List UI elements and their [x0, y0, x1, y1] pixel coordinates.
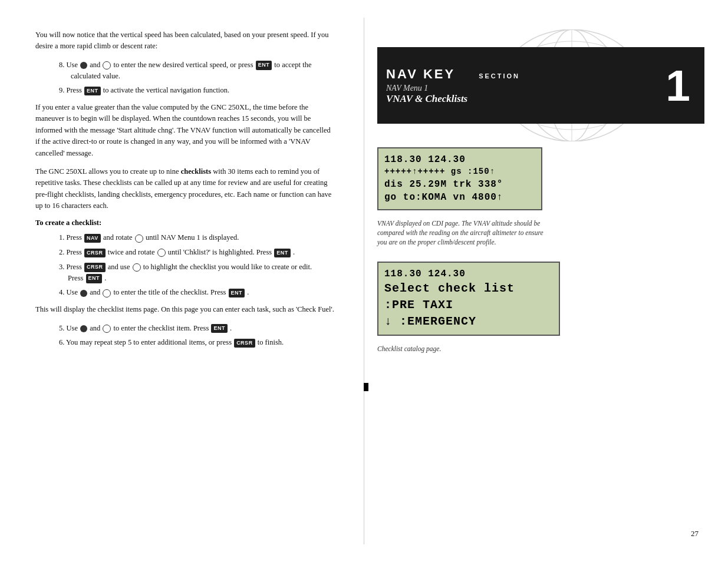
outer-knob-3 — [133, 263, 141, 272]
caption-2: Checklist catalog page. — [377, 344, 548, 353]
page-container: You will now notice that the vertical sp… — [0, 0, 728, 562]
lcd2-line4: ↓ :EMERGENCY — [384, 313, 553, 330]
outer-knob-1 — [135, 234, 143, 243]
lcd2-line1: 118.30 124.30 — [384, 267, 553, 280]
crsr-badge-6: CRSR — [234, 339, 255, 348]
cs1-num: 1. Press — [59, 233, 84, 242]
display-section-1: 118.30 124.30 +++++↑+++++ gs :150↑ dis 2… — [377, 147, 704, 247]
checklist-step-6: 6. You may repeat step 5 to enter additi… — [59, 337, 336, 348]
lcd1-line3: dis 25.29M trk 338° — [384, 178, 535, 191]
ent-badge-2: ENT — [274, 249, 291, 258]
ent-badge-5: ENT — [211, 324, 228, 333]
nav-banner: NAV KEY SECTION NAV Menu 1 VNAV & Checkl… — [377, 47, 704, 124]
checklist-header: To create a checklist: — [35, 219, 336, 227]
step8-end: to accept the — [274, 61, 311, 69]
section-label-text: SECTION — [479, 72, 520, 80]
intro-paragraph: You will now notice that the vertical sp… — [35, 29, 336, 52]
cs5-text: to enter the checklist item. Press — [114, 324, 211, 332]
step9-text: to activate the vertical navigation func… — [103, 86, 230, 94]
display-section-2: 118.30 124.30 Select check list :PRE TAX… — [377, 262, 704, 353]
nav-menu-text: NAV Menu 1 — [386, 84, 643, 93]
step8-and: and — [90, 61, 102, 69]
cs5-end: . — [230, 324, 232, 332]
outer-knob-5 — [103, 325, 111, 333]
checklists-bold: checklists — [181, 167, 211, 176]
right-column: NAV KEY SECTION NAV Menu 1 VNAV & Checkl… — [365, 0, 728, 562]
cs4-num: 4. Use — [59, 288, 80, 296]
ent-badge-9: ENT — [84, 87, 101, 96]
cs2-mid: until 'Chklist?' is highlighted. Press — [168, 248, 274, 256]
inner-knob-5 — [80, 325, 87, 332]
checklist-step-4: 4. Use and to enter the title of the che… — [59, 287, 336, 298]
checklist-step-2: 2. Press CRSR twice and rotate until 'Ch… — [59, 247, 336, 258]
nav-header-area: NAV KEY SECTION NAV Menu 1 VNAV & Checkl… — [377, 29, 704, 141]
lcd1-line1: 118.30 124.30 — [384, 153, 535, 166]
lcd1-line2: +++++↑+++++ gs :150↑ — [384, 166, 535, 178]
lcd-display-1: 118.30 124.30 +++++↑+++++ gs :150↑ dis 2… — [377, 147, 542, 210]
nav-key-title: NAV KEY — [386, 67, 455, 82]
section-number: 1 — [666, 64, 690, 108]
outer-knob-icon — [103, 61, 111, 70]
ent-badge-3: ENT — [86, 274, 103, 283]
ent-badge-4: ENT — [229, 289, 245, 298]
step-8: 8. Use and to enter the new desired vert… — [59, 59, 336, 82]
paragraph-3: The GNC 250XL allows you to create up to… — [35, 166, 336, 212]
cs2-text: twice and rotate — [108, 248, 157, 256]
checklist-step-5: 5. Use and to enter the checklist item. … — [59, 323, 336, 334]
crsr-badge-3: CRSR — [84, 263, 106, 272]
lcd2-line3: :PRE TAXI — [384, 297, 553, 313]
column-divider — [364, 18, 364, 544]
outer-knob-2 — [157, 249, 166, 257]
checklist-step-1: 1. Press NAV and rotate until NAV Menu 1… — [59, 232, 336, 243]
cs5-and: and — [90, 324, 102, 332]
step8-cont: calculated value. — [71, 72, 120, 80]
cs4-text: to enter the title of the checklist. Pre… — [114, 288, 228, 296]
cs2-num: 2. Press — [59, 248, 84, 256]
cs6-num: 6. You may repeat step 5 to enter additi… — [59, 338, 233, 346]
paragraph-2: If you enter a value greater than the va… — [35, 102, 336, 159]
cs3-num: 3. Press — [59, 263, 84, 271]
outer-knob-4 — [103, 289, 111, 297]
cs1-text: and rotate — [103, 233, 134, 242]
lcd2-line2: Select check list — [384, 280, 553, 297]
nav-key-row: NAV KEY SECTION — [386, 67, 643, 82]
step9-num: 9. Press — [59, 86, 84, 94]
inner-knob-icon — [80, 62, 87, 69]
page-number: 27 — [691, 529, 699, 538]
inner-knob-4 — [80, 290, 87, 297]
nav-badge-1: NAV — [84, 234, 101, 243]
section-number-block: 1 — [651, 47, 704, 124]
lcd1-line4: go to:KOMA vn 4800↑ — [384, 191, 535, 204]
vnav-label-text: VNAV & Checklists — [386, 93, 643, 105]
step-9: 9. Press ENT to activate the vertical na… — [59, 85, 336, 96]
cs3-dot: . — [104, 274, 106, 282]
cs3-press: Press — [68, 274, 85, 282]
checklist-step-3: 3. Press CRSR and use to highlight the c… — [59, 262, 336, 284]
cs4-and: and — [90, 288, 102, 296]
cs5-num: 5. Use — [59, 324, 80, 332]
lcd-display-2: 118.30 124.30 Select check list :PRE TAX… — [377, 262, 560, 336]
cs4-end: . — [247, 288, 249, 296]
step8-num: 8. Use — [59, 61, 80, 69]
crsr-badge-2: CRSR — [84, 249, 106, 258]
caption-1: VNAV displayed on CDI page. The VNAV alt… — [377, 219, 548, 247]
display-text: This will display the checklist items pa… — [35, 304, 336, 315]
left-column: You will now notice that the vertical sp… — [0, 0, 365, 562]
cs2-end: . — [293, 248, 295, 256]
cs6-end: to finish. — [258, 338, 284, 346]
cs3-end: to highlight the checklist you would lik… — [143, 263, 312, 271]
cs3-text: and use — [108, 263, 132, 271]
step8-text: to enter the new desired vertical speed,… — [114, 61, 255, 69]
ent-badge-8: ENT — [256, 61, 272, 70]
cs1-end: until NAV Menu 1 is displayed. — [146, 233, 239, 242]
nav-title-area: NAV KEY SECTION NAV Menu 1 VNAV & Checkl… — [377, 47, 651, 124]
